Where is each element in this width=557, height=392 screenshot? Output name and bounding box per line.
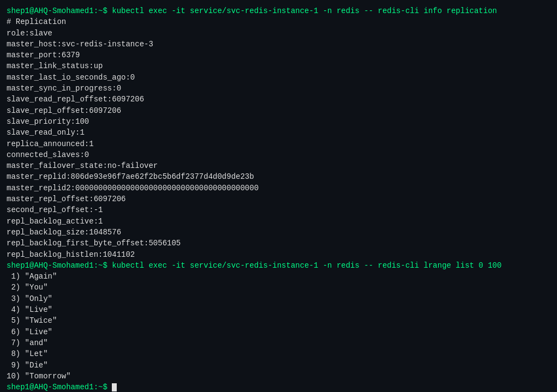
output-line: slave_repl_offset:6097206 — [7, 105, 550, 116]
output-line: repl_backlog_first_byte_offset:5056105 — [7, 238, 550, 249]
output-line: second_repl_offset:-1 — [7, 204, 550, 215]
output-line: # Replication — [7, 16, 550, 27]
output-line: 4) "Live" — [7, 304, 550, 315]
output-line: connected_slaves:0 — [7, 149, 550, 160]
output-line: master_sync_in_progress:0 — [7, 83, 550, 94]
output-line: master_replid:806de93e96f7ae62f2bc5b6df2… — [7, 171, 550, 182]
terminal-window: shep1@AHQ-Smohamed1:~$ kubectl exec -it … — [0, 0, 557, 392]
output-line: slave_read_repl_offset:6097206 — [7, 94, 550, 105]
output-line: repl_backlog_histlen:1041102 — [7, 249, 550, 260]
terminal-cursor — [112, 383, 117, 391]
output-line: 9) "Die" — [7, 360, 550, 371]
terminal-output: shep1@AHQ-Smohamed1:~$ kubectl exec -it … — [7, 5, 550, 392]
output-line: 2) "You" — [7, 282, 550, 293]
command-line: shep1@AHQ-Smohamed1:~$ kubectl exec -it … — [7, 5, 550, 16]
output-line: master_port:6379 — [7, 50, 550, 61]
output-line: repl_backlog_size:1048576 — [7, 227, 550, 238]
output-line: 6) "Live" — [7, 327, 550, 337]
output-line: 8) "Let" — [7, 348, 550, 359]
command-line: shep1@AHQ-Smohamed1:~$ kubectl exec -it … — [7, 260, 550, 271]
output-line: slave_read_only:1 — [7, 127, 550, 138]
output-line: role:slave — [7, 28, 550, 39]
output-line: 10) "Tomorrow" — [7, 371, 550, 382]
output-line: replica_announced:1 — [7, 138, 550, 149]
output-line: master_replid2:0000000000000000000000000… — [7, 183, 550, 194]
output-line: 7) "and" — [7, 337, 550, 348]
output-line: master_last_io_seconds_ago:0 — [7, 72, 550, 83]
output-line: 1) "Again" — [7, 271, 550, 282]
output-line: master_repl_offset:6097206 — [7, 194, 550, 204]
output-line: repl_backlog_active:1 — [7, 216, 550, 227]
output-line: 3) "Only" — [7, 293, 550, 304]
output-line: master_failover_state:no-failover — [7, 160, 550, 171]
output-line: slave_priority:100 — [7, 116, 550, 127]
output-line: master_host:svc-redis-instance-3 — [7, 39, 550, 50]
output-line: master_link_status:up — [7, 61, 550, 71]
prompt-line: shep1@AHQ-Smohamed1:~$ — [7, 382, 550, 392]
output-line: 5) "Twice" — [7, 315, 550, 326]
